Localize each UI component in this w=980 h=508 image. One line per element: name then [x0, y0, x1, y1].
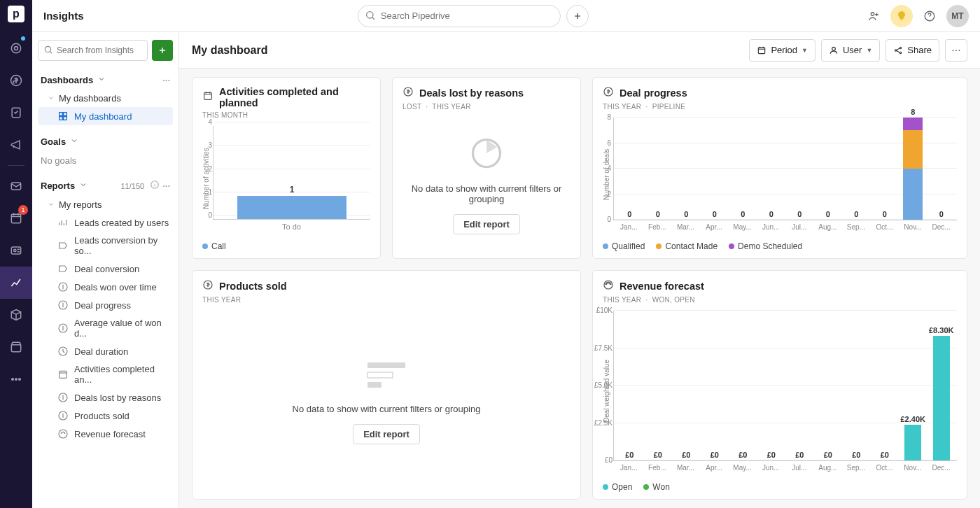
sidebar-item-my-reports[interactable]: My reports — [38, 196, 173, 213]
calendar-icon — [202, 90, 214, 104]
chevron-down-icon — [48, 199, 55, 210]
svg-rect-39 — [368, 362, 405, 368]
svg-rect-40 — [368, 372, 393, 378]
svg-rect-16 — [59, 113, 63, 116]
nav-leads-icon[interactable] — [0, 32, 32, 64]
card-activities: Activities completed and planned THIS MO… — [192, 77, 381, 259]
svg-rect-5 — [11, 214, 20, 223]
report-icon — [57, 392, 69, 403]
nav-more-icon[interactable] — [0, 363, 32, 395]
svg-rect-25 — [59, 371, 67, 378]
svg-point-15 — [45, 46, 50, 52]
report-icon — [57, 240, 69, 251]
legend-item: Contact Made — [656, 241, 718, 251]
sidebar-report-item[interactable]: Products sold — [38, 407, 173, 425]
svg-point-1 — [15, 47, 18, 50]
card-title: Products sold — [219, 281, 287, 292]
user-button[interactable]: User ▼ — [821, 39, 880, 62]
search-icon — [365, 10, 376, 24]
sidebar-report-item[interactable]: Deal duration — [38, 342, 173, 360]
no-goals-text: No goals — [38, 151, 173, 176]
chevron-down-icon — [48, 93, 55, 104]
svg-point-12 — [871, 12, 874, 15]
currency-icon — [402, 86, 414, 100]
caret-down-icon: ▼ — [802, 47, 808, 54]
report-icon — [57, 428, 69, 439]
sidebar-report-item[interactable]: Revenue forecast — [38, 425, 173, 443]
svg-point-9 — [15, 379, 18, 381]
sidebar-report-item[interactable]: Deals lost by reasons — [38, 388, 173, 407]
svg-point-32 — [900, 47, 902, 48]
more-button[interactable]: ··· — [945, 39, 967, 62]
more-icon[interactable]: ··· — [162, 75, 170, 85]
sidebar-report-item[interactable]: Deals won over time — [38, 278, 173, 296]
pie-icon — [468, 135, 505, 174]
global-search-input[interactable] — [358, 5, 561, 27]
avatar[interactable]: MT — [946, 5, 969, 27]
sidebar-report-item[interactable]: Deal conversion — [38, 260, 173, 278]
edit-report-button[interactable]: Edit report — [353, 424, 420, 444]
reports-section[interactable]: Reports 11/150 ··· — [38, 176, 173, 196]
svg-rect-18 — [59, 117, 63, 120]
page-title: Insights — [43, 10, 84, 22]
nav-marketplace-icon[interactable] — [0, 331, 32, 363]
sidebar-report-item[interactable]: Average value of won d... — [38, 314, 173, 342]
logo[interactable]: p — [8, 6, 24, 22]
report-icon — [57, 323, 69, 334]
add-report-button[interactable] — [152, 40, 173, 61]
currency-icon — [603, 86, 614, 100]
global-search — [358, 5, 561, 27]
period-button[interactable]: Period ▼ — [749, 39, 816, 62]
sidebar-report-item[interactable]: Leads conversion by so... — [38, 232, 173, 260]
dashboard-icon — [57, 111, 69, 122]
activities-chart: Number of activities 012341 To do — [202, 126, 370, 231]
legend-item: Qualified — [603, 241, 645, 251]
dashboards-section[interactable]: Dashboards ··· — [38, 71, 173, 90]
sidebar-report-item[interactable]: Leads created by users — [38, 213, 173, 232]
sidebar-report-item[interactable]: Deal progress — [38, 296, 173, 314]
nav-activities-icon[interactable]: 1 — [0, 202, 32, 234]
report-icon — [57, 263, 69, 274]
insights-sidebar: Dashboards ··· My dashboards My dashboar… — [32, 32, 179, 508]
info-icon[interactable] — [150, 180, 160, 192]
nav-projects-icon[interactable] — [0, 97, 32, 129]
svg-point-31 — [895, 49, 897, 50]
sidebar-report-item[interactable]: Activities completed an... — [38, 360, 173, 388]
currency-icon — [202, 279, 214, 293]
nav-insights-icon[interactable] — [0, 267, 32, 299]
nav-contacts-icon[interactable] — [0, 234, 32, 267]
card-title: Deal progress — [620, 87, 687, 99]
svg-point-7 — [14, 249, 16, 251]
svg-rect-34 — [204, 92, 212, 99]
svg-rect-41 — [368, 382, 382, 388]
empty-text: No data to show with current filters or … — [293, 404, 481, 414]
card-revenue-forecast: Revenue forecast THIS YEAR · WON, OPEN D… — [592, 270, 967, 500]
invite-users-icon[interactable] — [862, 5, 885, 27]
report-icon — [57, 410, 69, 421]
search-icon — [43, 45, 53, 57]
tips-icon[interactable] — [890, 5, 913, 27]
nav-mail-icon[interactable] — [0, 170, 32, 202]
svg-point-11 — [366, 11, 372, 17]
sidebar-item-my-dashboard[interactable]: My dashboard — [38, 107, 173, 125]
dashboard-title: My dashboard — [192, 44, 267, 57]
edit-report-button[interactable]: Edit report — [453, 214, 520, 234]
more-icon[interactable]: ··· — [162, 181, 170, 191]
nav-campaigns-icon[interactable] — [0, 129, 32, 161]
add-button[interactable] — [566, 5, 589, 27]
help-icon[interactable] — [918, 5, 941, 27]
svg-point-10 — [19, 379, 21, 381]
primary-nav: p 1 — [0, 0, 32, 508]
nav-deals-icon[interactable] — [0, 64, 32, 97]
svg-point-28 — [59, 430, 67, 438]
nav-products-icon[interactable] — [0, 299, 32, 331]
goals-section[interactable]: Goals — [38, 132, 173, 151]
sidebar-item-my-dashboards[interactable]: My dashboards — [38, 90, 173, 107]
insights-search-input[interactable] — [38, 40, 148, 61]
report-icon — [57, 281, 69, 292]
legend-item: Open — [603, 482, 632, 492]
card-title: Deals lost by reasons — [419, 87, 524, 99]
svg-rect-13 — [900, 19, 903, 20]
svg-point-0 — [11, 43, 20, 52]
share-button[interactable]: Share — [886, 39, 939, 62]
